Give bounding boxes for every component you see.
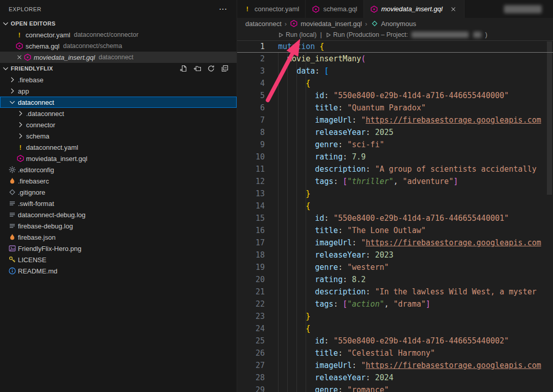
code-token bbox=[278, 336, 315, 345]
code-token: "550e8400-e29b-41d4-a716-446655440001" bbox=[333, 214, 509, 223]
breadcrumb-symbol[interactable]: Anonymous bbox=[381, 20, 417, 28]
code-line-16[interactable]: 16 title: "The Lone Outlaw" bbox=[237, 224, 553, 237]
workspace-header[interactable]: FRIENDLYFLIX bbox=[0, 63, 237, 74]
file-firebase.json[interactable]: firebase.json bbox=[0, 232, 237, 243]
code-line-24[interactable]: 24 { bbox=[237, 322, 553, 335]
redacted-region bbox=[504, 5, 542, 13]
code-line-17[interactable]: 17 imageUrl: "https://firebasestorage.go… bbox=[237, 237, 553, 249]
file-.gitignore[interactable]: .gitignore bbox=[0, 187, 237, 198]
code-line-4[interactable]: 4 { bbox=[237, 77, 553, 89]
tab-schema-gql[interactable]: schema.gql bbox=[306, 0, 363, 18]
scrollbar-thumb[interactable] bbox=[547, 41, 552, 195]
code-line-27[interactable]: 27 imageUrl: "https://firebasestorage.go… bbox=[237, 359, 553, 372]
code-token: ] bbox=[426, 299, 430, 309]
open-editor-schema-gql[interactable]: schema.gql dataconnect/schema bbox=[0, 40, 237, 52]
line-number: 9 bbox=[237, 139, 265, 151]
code-token: "550e8400-e29b-41d4-a716-446655440000" bbox=[333, 91, 509, 100]
code-line-22[interactable]: 22 tags: ["action", "drama"] bbox=[237, 298, 553, 310]
code-text: releaseYear: 2025 bbox=[265, 126, 394, 139]
code-line-7[interactable]: 7 imageUrl: "https://firebasestorage.goo… bbox=[237, 114, 553, 126]
close-tab-button[interactable] bbox=[449, 5, 458, 14]
code-token bbox=[278, 361, 315, 370]
breadcrumb-folder[interactable]: dataconnect bbox=[245, 20, 282, 28]
code-line-20[interactable]: 20 rating: 8.2 bbox=[237, 273, 553, 286]
chevron-right-icon bbox=[16, 121, 25, 129]
file-README.md[interactable]: README.md bbox=[0, 265, 237, 276]
code-line-19[interactable]: 19 genre: "western" bbox=[237, 261, 553, 273]
code-line-13[interactable]: 13 } bbox=[237, 188, 553, 200]
workspace-title: FRIENDLYFLIX bbox=[11, 65, 53, 72]
tree-item-label: .firebase bbox=[18, 76, 43, 84]
open-editor-connector-yaml[interactable]: ! connector.yaml dataconnect/connector bbox=[0, 29, 237, 40]
folder-.firebase[interactable]: .firebase bbox=[0, 74, 237, 85]
tab-moviedata-insert-gql[interactable]: moviedata_insert.gql bbox=[364, 0, 465, 18]
code-line-25[interactable]: 25 id: "550e8400-e29b-41d4-a716-44665544… bbox=[237, 335, 553, 347]
code-token: releaseYear bbox=[315, 373, 365, 382]
code-line-15[interactable]: 15 id: "550e8400-e29b-41d4-a716-44665544… bbox=[237, 212, 553, 224]
code-line-11[interactable]: 11 description: "A group of scientists a… bbox=[237, 163, 553, 175]
breadcrumb-file[interactable]: moviedata_insert.gql bbox=[301, 20, 362, 28]
code-line-26[interactable]: 26 title: "Celestial Harmony" bbox=[237, 347, 553, 359]
code-line-14[interactable]: 14 { bbox=[237, 200, 553, 212]
code-line-5[interactable]: 5 id: "550e8400-e29b-41d4-a716-446655440… bbox=[237, 89, 553, 102]
editor-area: ! connector.yaml schema.gql moviedata_in… bbox=[237, 0, 553, 392]
run-production-button[interactable]: Run (Production – Project: ) bbox=[326, 31, 488, 38]
line-number: 12 bbox=[237, 175, 265, 188]
code-line-10[interactable]: 10 rating: 7.9 bbox=[237, 151, 553, 163]
code-token: " bbox=[361, 116, 366, 125]
code-text: tags: ["thriller", "adventure"] bbox=[265, 175, 458, 188]
collapse-folders-button[interactable] bbox=[220, 64, 229, 73]
open-editors-title: OPEN EDITORS bbox=[11, 20, 56, 27]
file-.firebaserc[interactable]: .firebaserc bbox=[0, 175, 237, 187]
code-line-12[interactable]: 12 tags: ["thriller", "adventure"] bbox=[237, 175, 553, 188]
code-line-3[interactable]: 3 data: [ bbox=[237, 65, 553, 77]
code-token: : bbox=[338, 140, 347, 149]
code-line-8[interactable]: 8 releaseYear: 2025 bbox=[237, 126, 553, 139]
code-line-6[interactable]: 6 title: "Quantum Paradox" bbox=[237, 102, 553, 114]
code-token: : bbox=[366, 250, 375, 260]
folder-connector[interactable]: connector bbox=[0, 119, 237, 130]
folder-dataconnect[interactable]: dataconnect bbox=[0, 97, 237, 108]
file-firebase-debug.log[interactable]: firebase-debug.log bbox=[0, 220, 237, 232]
code-token: https://firebasestorage.googleapis.com bbox=[366, 361, 541, 370]
open-editors-header[interactable]: OPEN EDITORS bbox=[0, 18, 237, 29]
document-lines-icon bbox=[8, 211, 16, 219]
code-line-23[interactable]: 23 } bbox=[237, 310, 553, 322]
breadcrumb-file-icon-slot bbox=[290, 19, 298, 28]
explorer-actions bbox=[179, 64, 237, 73]
run-local-button[interactable]: Run (local) bbox=[278, 31, 316, 38]
file-dataconnect-debug.log[interactable]: dataconnect-debug.log bbox=[0, 209, 237, 220]
new-file-button[interactable] bbox=[179, 64, 188, 73]
code-line-29[interactable]: 29 genre: "romance" bbox=[237, 384, 553, 392]
folder-.dataconnect[interactable]: .dataconnect bbox=[0, 108, 237, 119]
code-line-28[interactable]: 28 releaseYear: 2024 bbox=[237, 372, 553, 384]
new-folder-button[interactable] bbox=[193, 64, 202, 73]
code-line-1[interactable]: 1mutation { bbox=[237, 40, 553, 53]
vscode-window: { "icons": { "warning": "!", "more": "··… bbox=[0, 0, 553, 392]
tree-item-label: dataconnect.yaml bbox=[26, 144, 78, 151]
code-line-21[interactable]: 21 description: "In the lawless Wild Wes… bbox=[237, 286, 553, 298]
file-LICENSE[interactable]: LICENSE bbox=[0, 254, 237, 265]
folder-app[interactable]: app bbox=[0, 85, 237, 97]
code-line-9[interactable]: 9 genre: "sci-fi" bbox=[237, 139, 553, 151]
gear-icon bbox=[8, 166, 16, 174]
folder-schema[interactable]: schema bbox=[0, 130, 237, 142]
open-editor-name: connector.yaml bbox=[26, 31, 70, 39]
code-line-18[interactable]: 18 releaseYear: 2023 bbox=[237, 249, 553, 261]
tab-connector-yaml[interactable]: ! connector.yaml bbox=[237, 0, 306, 18]
open-editor-description: dataconnect/connector bbox=[74, 31, 138, 38]
file-moviedata_insert.gql[interactable]: moviedata_insert.gql bbox=[0, 153, 237, 164]
open-editor-moviedata-insert-gql[interactable]: moviedata_insert.gql dataconnect bbox=[0, 52, 237, 63]
code-line-2[interactable]: 2 movie_insertMany( bbox=[237, 53, 553, 65]
file-.swift-format[interactable]: .swift-format bbox=[0, 198, 237, 209]
tab-bar: ! connector.yaml schema.gql moviedata_in… bbox=[237, 0, 553, 18]
file-dataconnect.yaml[interactable]: !dataconnect.yaml bbox=[0, 142, 237, 153]
editor-scrollbar[interactable] bbox=[546, 29, 553, 392]
run-production-label: Run (Production – Project: bbox=[333, 31, 408, 38]
refresh-explorer-button[interactable] bbox=[206, 64, 216, 73]
tree-item-label: schema bbox=[26, 132, 50, 140]
more-actions-icon[interactable]: ··· bbox=[219, 5, 227, 13]
file-FriendlyFlix-Hero.png[interactable]: FriendlyFlix-Hero.png bbox=[0, 243, 237, 254]
close-editor-button[interactable] bbox=[15, 53, 24, 61]
file-.editorconfig[interactable]: .editorconfig bbox=[0, 164, 237, 175]
